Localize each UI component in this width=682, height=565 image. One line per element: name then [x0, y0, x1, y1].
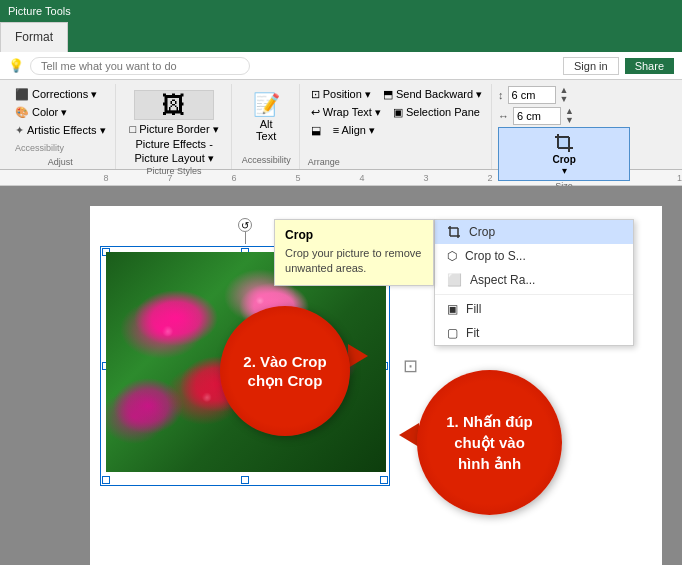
callout-step1: 1. Nhấn đúp chuột vào hình ảnh	[417, 370, 562, 515]
adjust-label: Adjust	[12, 157, 109, 167]
bring-forward-icon: ⬓	[311, 124, 321, 136]
picture-layout-btn[interactable]: Picture Layout ▾	[130, 151, 217, 166]
crop-menu-fill-label: Fill	[466, 302, 481, 316]
lightbulb-icon: 💡	[8, 58, 24, 73]
width-icon: ↔	[498, 110, 509, 122]
picture-styles-group: 🖼 □ Picture Border ▾ Picture Effects - P…	[118, 84, 232, 169]
height-input[interactable]: 6 cm	[508, 86, 556, 104]
accessibility-group: Accessibility	[12, 141, 109, 155]
alt-text-btn[interactable]: 📝 AltText	[249, 88, 284, 146]
selection-pane-icon: ▣	[393, 106, 403, 118]
width-input[interactable]: 6 cm	[513, 107, 561, 125]
picture-border-icon: □	[130, 123, 137, 135]
ribbon-tabs: Format	[0, 22, 682, 52]
crop-menu-aspect[interactable]: ⬜ Aspect Ra...	[435, 268, 633, 292]
callout-step2: 2. Vào Crop chọn Crop	[220, 306, 350, 436]
tab-format[interactable]: Format	[0, 22, 68, 52]
handle-bot-right[interactable]	[380, 476, 388, 484]
picture-styles-label: Picture Styles	[147, 166, 202, 176]
height-field-row: ↕ 6 cm ▲▼	[498, 86, 630, 104]
crop-tooltip-desc: Crop your picture to remove unwanted are…	[285, 246, 423, 277]
alt-text-icon: 📝	[253, 92, 280, 118]
tell-me-input[interactable]	[30, 57, 250, 75]
arrange-label: Arrange	[308, 157, 485, 167]
accessibility-label: Accessibility	[15, 143, 64, 153]
color-icon: 🎨	[15, 106, 29, 119]
crop-menu-crop-icon	[447, 225, 461, 239]
callout1-arrow	[399, 423, 419, 447]
svg-rect-4	[558, 137, 569, 148]
crop-label: Crop	[552, 154, 575, 165]
crop-tooltip-title: Crop	[285, 228, 423, 242]
crop-menu-fit[interactable]: ▢ Fit	[435, 321, 633, 345]
selection-pane-btn[interactable]: ▣ Selection Pane	[390, 104, 483, 121]
adjust-group: ⬛ Corrections ▾ 🎨 Color ▾ ✦ Artistic Eff…	[6, 84, 116, 169]
rotate-circle[interactable]: ↺	[238, 218, 252, 232]
width-spinner[interactable]: ▲▼	[565, 107, 574, 125]
color-btn[interactable]: 🎨 Color ▾	[12, 104, 109, 121]
height-spinner[interactable]: ▲▼	[560, 86, 569, 104]
selection-list-icon[interactable]: ⊡	[403, 355, 418, 377]
share-button[interactable]: Share	[625, 58, 674, 74]
handle-bot-mid[interactable]	[241, 476, 249, 484]
crop-main-btn[interactable]: Crop ▾	[498, 127, 630, 181]
picture-effects-btn[interactable]: Picture Effects -	[131, 137, 216, 151]
crop-menu-fill[interactable]: ▣ Fill	[435, 297, 633, 321]
corrections-btn[interactable]: ⬛ Corrections ▾	[12, 86, 109, 103]
handle-bot-left[interactable]	[102, 476, 110, 484]
tell-me-bar: 💡 Sign in Share	[0, 52, 682, 80]
crop-menu-shape-label: Crop to S...	[465, 249, 526, 263]
crop-fill-icon: ▣	[447, 302, 458, 316]
wrap-text-btn[interactable]: ↩ Wrap Text ▾	[308, 104, 384, 121]
corrections-icon: ⬛	[15, 88, 29, 101]
size-group: ↕ 6 cm ▲▼ ↔ 6 cm ▲▼ Crop ▾ Size	[494, 84, 634, 169]
align-btn[interactable]: ≡ Align ▾	[330, 122, 378, 139]
picture-border-btn[interactable]: □ Picture Border ▾	[126, 122, 223, 137]
sign-in-button[interactable]: Sign in	[563, 57, 619, 75]
bring-forward-btn[interactable]: ⬓	[308, 122, 324, 139]
width-field-row: ↔ 6 cm ▲▼	[498, 107, 630, 125]
alt-text-group: 📝 AltText Accessibility	[234, 84, 300, 169]
send-backward-btn[interactable]: ⬒ Send Backward ▾	[380, 86, 485, 103]
ribbon: ⬛ Corrections ▾ 🎨 Color ▾ ✦ Artistic Eff…	[0, 80, 682, 170]
artistic-effects-btn[interactable]: ✦ Artistic Effects ▾	[12, 122, 109, 139]
title-bar-text: Picture Tools	[8, 5, 71, 17]
crop-menu-crop-label: Crop	[469, 225, 495, 239]
height-icon: ↕	[498, 89, 504, 101]
title-bar: Picture Tools	[0, 0, 682, 22]
crop-tooltip: Crop Crop your picture to remove unwante…	[274, 219, 434, 286]
align-icon: ≡	[333, 124, 339, 136]
picture-style-icon: 🖼	[162, 91, 186, 119]
crop-menu-aspect-label: Aspect Ra...	[470, 273, 535, 287]
rotate-handle[interactable]: ↺	[238, 218, 252, 244]
crop-dropdown: Crop ⬡ Crop to S... ⬜ Aspect Ra... ▣ Fil…	[434, 219, 634, 346]
position-btn[interactable]: ⊡ Position ▾	[308, 86, 374, 103]
crop-fit-icon: ▢	[447, 326, 458, 340]
picture-style-preview[interactable]: 🖼	[134, 90, 214, 120]
position-icon: ⊡	[311, 88, 320, 100]
crop-chevron[interactable]: ▾	[562, 165, 567, 176]
crop-menu-crop[interactable]: Crop	[435, 220, 633, 244]
crop-menu-divider	[435, 294, 633, 295]
artistic-effects-icon: ✦	[15, 124, 24, 137]
crop-icon	[553, 132, 575, 154]
crop-menu-fit-label: Fit	[466, 326, 479, 340]
callout2-arrow	[348, 344, 368, 368]
crop-menu-to-shape[interactable]: ⬡ Crop to S...	[435, 244, 633, 268]
send-backward-icon: ⬒	[383, 88, 393, 100]
crop-to-shape-icon: ⬡	[447, 249, 457, 263]
arrange-group: ⊡ Position ▾ ⬒ Send Backward ▾ ↩ Wrap Te…	[302, 84, 492, 169]
crop-aspect-icon: ⬜	[447, 273, 462, 287]
wrap-text-icon: ↩	[311, 106, 320, 118]
accessibility-label2: Accessibility	[242, 155, 291, 165]
rotate-line	[245, 232, 246, 244]
